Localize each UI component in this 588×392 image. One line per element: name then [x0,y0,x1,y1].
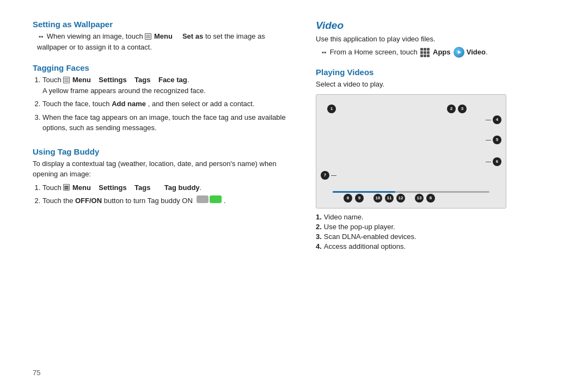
dot-11: 11 [385,194,394,203]
apps-grid-icon [420,48,430,57]
select-text: Select a video to play. [316,79,555,90]
dot-2: 2 [447,105,456,113]
toggle-group [197,195,222,203]
step2-pre: Touch the face, touch [42,100,110,108]
step1-tags: Tags [134,76,150,84]
dot-7: 7 [321,171,329,180]
playing-heading: Playing Videos [316,68,555,77]
section-tagging: Tagging Faces Touch Menu Settings Tags F… [33,63,294,136]
list-item-2: 2. Use the pop-up player. [316,223,555,231]
menu-icon [145,33,151,40]
tb-tags: Tags [134,183,150,192]
dot-1: 1 [327,105,336,113]
video-from-text: ▪▪ From a Home screen, touch Apps Video. [320,47,555,58]
wallpaper-text: ▪▪ When viewing an image, touch Menu Set… [37,31,294,52]
apps-label: Apps [433,48,451,56]
tagbuddy-list: Touch Menu Settings Tags Tag buddy. Touc… [33,182,294,206]
tagging-step3: When the face tag appears on an image, t… [42,112,294,133]
tb-step1-pre: Touch [42,183,62,192]
dot-9: 9 [355,194,364,203]
dot-10: 10 [373,194,382,203]
progress-bar [333,191,489,193]
video-label: Video [467,48,486,56]
wallpaper-heading: Setting as Wallpaper [33,20,294,29]
tagbuddy-intro: To display a contextual tag (weather, lo… [33,158,294,180]
step2-post: , and then select or add a contact. [148,100,255,108]
video-list: 1. Video name. 2. Use the pop-up player.… [316,213,555,250]
menu-label: Menu [154,32,173,40]
progress-fill [333,191,395,193]
dot-6: 6 [493,157,501,166]
dot-5: 5 [493,136,501,144]
tb-offon: OFF/ON [75,197,102,205]
tagging-heading: Tagging Faces [33,63,294,72]
toggle-off[interactable] [197,195,209,203]
tagbuddy-heading: Using Tag Buddy [33,147,294,156]
step1-settings: Settings [99,76,126,84]
list-item-4: 4. Access additional options. [316,242,555,250]
tb-tagbuddy: Tag buddy [164,183,200,192]
callout-7: 7 — [321,171,336,180]
callout-bottom: 8 9 10 11 12 13 8 [344,194,435,203]
dot-4: 4 [493,115,501,124]
step1-facetag: Face tag [158,76,187,84]
section-playing: Playing Videos Select a video to play. 1… [316,68,555,250]
tagging-step1: Touch Menu Settings Tags Face tag. A yel… [42,75,294,96]
dot-8: 8 [344,194,352,203]
tb-menu: Menu [72,183,91,192]
section-tagbuddy: Using Tag Buddy To display a contextual … [33,147,294,209]
left-column: Setting as Wallpaper ▪▪ When viewing an … [33,20,294,372]
dot-14: 8 [426,194,435,203]
section-video: Video Use this application to play video… [316,20,555,58]
tagbuddy-step2: Touch the OFF/ON button to turn Tag budd… [42,195,294,206]
video-heading: Video [316,20,555,32]
menu-icon-2 [63,77,70,83]
step2-bold: Add name [112,100,146,108]
video-app-icon [454,47,464,58]
page-number: 75 [33,369,40,377]
video-intro: Use this application to play video files… [316,34,555,45]
tb-step2-post: button to turn Tag buddy ON [104,197,193,205]
tagging-step2: Touch the face, touch Add name , and the… [42,99,294,109]
tagbuddy-step1: Touch Menu Settings Tags Tag buddy. [42,182,294,193]
step1-menu: Menu [72,76,91,84]
callout-4: — 4 [486,115,501,124]
step3-text: When the face tag appears on an image, t… [42,113,286,132]
list-item-3: 3. Scan DLNA-enabled devices. [316,232,555,241]
menu-icon-3 [63,184,70,191]
callout-5: — 5 [486,136,501,144]
step1-desc: A yellow frame appears around the recogn… [42,87,206,95]
dot-12: 12 [396,194,405,203]
section-wallpaper: Setting as Wallpaper ▪▪ When viewing an … [33,20,294,52]
dot-3: 3 [458,105,467,113]
setas-label: Set as [182,32,203,40]
tagging-list: Touch Menu Settings Tags Face tag. A yel… [33,75,294,133]
toggle-on[interactable] [210,195,222,203]
tb-settings: Settings [99,183,126,192]
tb-step2-pre: Touch the [42,197,73,205]
list-item-1: 1. Video name. [316,213,555,221]
bullet-char: ▪▪ [37,32,45,41]
wallpaper-text-1: When viewing an image, touch [47,32,143,40]
dot-13: 13 [415,194,424,203]
video-diagram: 1 2 3 — 4 — 5 — [316,94,506,209]
callout-1: 1 [327,105,336,113]
step1-pre: Touch [42,76,62,84]
right-column: Video Use this application to play video… [316,20,555,372]
callout-23: 2 3 [447,105,467,113]
callout-6: — 6 [486,157,501,166]
